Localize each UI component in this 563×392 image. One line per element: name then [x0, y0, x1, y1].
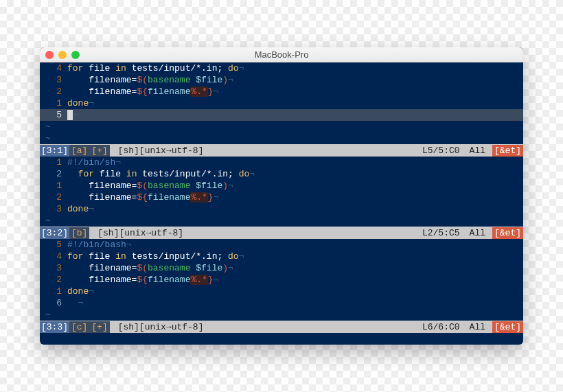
- line-number: 3: [40, 74, 67, 86]
- editor-area[interactable]: 4for file in tests/input/*.in; do¬3 file…: [40, 62, 523, 345]
- code-token: ¬: [67, 298, 83, 308]
- code-token: $(: [137, 75, 148, 85]
- code-line[interactable]: 2 filename=${filename%.*}¬: [40, 274, 523, 286]
- code-token: #!/bin/sh: [67, 157, 115, 168]
- empty-line: ~: [40, 309, 523, 321]
- code-token: ¬: [89, 98, 94, 108]
- code-token: do: [228, 251, 239, 262]
- code-token: $(: [137, 263, 148, 273]
- code-token: ${: [137, 275, 148, 285]
- code-token: ¬: [239, 251, 244, 262]
- code-token: %.*: [190, 275, 207, 285]
- cursor-position: L5/5:C0: [420, 145, 463, 157]
- code-line[interactable]: 5¬: [40, 109, 523, 121]
- code-token: }: [208, 192, 214, 203]
- cmdline-content: [67, 333, 523, 345]
- empty-line: ~: [40, 132, 523, 144]
- code-content: filename=${filename%.*}¬: [67, 274, 523, 286]
- line-number: 2: [40, 192, 67, 203]
- code-content: ¬: [67, 297, 523, 309]
- code-token: filename: [148, 275, 190, 285]
- line-number: 2: [40, 168, 67, 180]
- filetype-label: [sh][unix→utf-8]: [89, 227, 186, 239]
- code-token: done: [67, 286, 89, 297]
- code-token: $file: [196, 75, 222, 85]
- code-token: $file: [196, 181, 222, 191]
- status-line: [3:1][a][+] [sh][unix→utf-8]L5/5:C0All[&…: [40, 144, 523, 157]
- code-line[interactable]: 3 filename=$(basename $file)¬: [40, 262, 523, 274]
- code-token: filename: [148, 192, 190, 203]
- code-line[interactable]: 4for file in tests/input/*.in; do¬: [40, 62, 523, 74]
- code-line[interactable]: 4for file in tests/input/*.in; do¬: [40, 251, 523, 262]
- terminal-window: MacBook-Pro 4for file in tests/input/*.i…: [40, 47, 523, 345]
- empty-line: ~: [40, 121, 523, 132]
- code-token: ¬: [228, 75, 233, 85]
- pane-id: [3:2]: [40, 227, 69, 239]
- line-number: 2: [40, 86, 67, 97]
- code-content: #!/bin/sh¬: [67, 157, 523, 168]
- code-line[interactable]: 2 for file in tests/input/*.in; do¬: [40, 168, 523, 180]
- code-line[interactable]: 2 filename=${filename%.*}¬: [40, 192, 523, 203]
- code-token: ¬: [89, 204, 94, 214]
- code-token: for: [78, 169, 94, 179]
- code-content: for file in tests/input/*.in; do¬: [67, 168, 523, 180]
- code-line[interactable]: 3done¬: [40, 203, 523, 215]
- code-token: }: [208, 87, 214, 97]
- code-line[interactable]: 1done¬: [40, 97, 523, 109]
- code-line[interactable]: 3 filename=$(basename $file)¬: [40, 74, 523, 86]
- code-token: $(: [137, 181, 148, 191]
- code-token: do: [228, 63, 239, 73]
- code-token: ${: [137, 192, 148, 203]
- code-token: %.*: [190, 87, 207, 97]
- scroll-percent: All: [463, 145, 492, 157]
- titlebar[interactable]: MacBook-Pro: [40, 47, 523, 62]
- code-token: tests/input/*.in;: [126, 63, 228, 73]
- command-line[interactable]: [40, 333, 523, 345]
- code-content: done¬: [67, 97, 523, 109]
- code-token: %.*: [190, 192, 207, 203]
- code-content: filename=${filename%.*}¬: [67, 86, 523, 97]
- code-token: ¬: [214, 275, 219, 285]
- code-token: ¬: [214, 192, 219, 203]
- code-line[interactable]: 2 filename=${filename%.*}¬: [40, 86, 523, 97]
- code-token: tests/input/*.in;: [126, 251, 228, 262]
- tilde-icon: ~: [40, 309, 51, 321]
- code-content: filename=${filename%.*}¬: [67, 192, 523, 203]
- editor-flags: [&et]: [492, 145, 523, 157]
- code-line[interactable]: 5#!/bin/bash¬: [40, 239, 523, 251]
- code-content: for file in tests/input/*.in; do¬: [67, 62, 523, 74]
- cursor: [67, 110, 73, 120]
- code-line[interactable]: 1done¬: [40, 286, 523, 297]
- code-line[interactable]: 1#!/bin/sh¬: [40, 157, 523, 168]
- code-token: $file: [196, 263, 222, 273]
- line-number: 3: [40, 203, 67, 215]
- status-line: [3:3][c][+] [sh][unix→utf-8]L6/6:C0All[&…: [40, 321, 523, 333]
- code-token: }: [208, 275, 214, 285]
- buffer-label: [a]: [69, 145, 89, 157]
- code-token: ): [222, 263, 228, 273]
- modified-flag: [+]: [89, 145, 109, 157]
- code-token: basename: [148, 263, 190, 273]
- filetype-label: [sh][unix→utf-8]: [110, 145, 207, 157]
- code-token: basename: [148, 181, 190, 191]
- editor-flags: [&et]: [492, 321, 523, 333]
- line-number: 2: [40, 274, 67, 286]
- code-token: file: [83, 251, 115, 262]
- code-token: file: [94, 169, 126, 179]
- code-token: [67, 169, 78, 179]
- line-number: 1: [40, 157, 67, 168]
- buffer-label: [b]: [69, 227, 89, 239]
- line-number: 4: [40, 251, 67, 262]
- code-token: ¬: [249, 169, 255, 179]
- status-line: [3:2][b] [sh][unix→utf-8]L2/5:C5All[&et]: [40, 227, 523, 239]
- cursor-position: L2/5:C5: [420, 227, 463, 239]
- code-content: done¬: [67, 286, 523, 297]
- tilde-icon: ~: [40, 215, 51, 227]
- pane-id: [3:1]: [40, 145, 69, 157]
- code-token: ¬: [89, 286, 94, 297]
- code-line[interactable]: 1 filename=$(basename $file)¬: [40, 180, 523, 192]
- code-token: ¬: [228, 181, 233, 191]
- code-token: for: [67, 251, 83, 262]
- code-line[interactable]: 6 ¬: [40, 297, 523, 309]
- code-token: ): [222, 181, 228, 191]
